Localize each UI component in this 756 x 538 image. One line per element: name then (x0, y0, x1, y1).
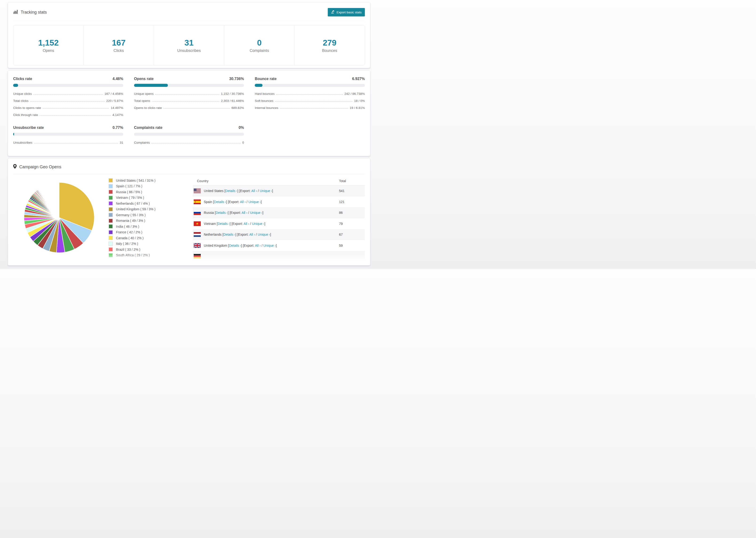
legend-label: Italy ( 36 / 2% ) (116, 242, 138, 245)
legend-item[interactable]: Germany ( 55 / 3% ) (108, 213, 155, 217)
legend-item[interactable]: United States ( 541 / 31% ) (108, 178, 155, 183)
legend-item[interactable]: South Africa ( 29 / 2% ) (108, 253, 155, 257)
dotted-leader (276, 94, 343, 95)
rate-title: Unsubscribe rate (13, 126, 44, 130)
bracket-close: ] (262, 211, 263, 215)
progress-bar (134, 133, 244, 136)
details-link[interactable]: Details › (214, 200, 226, 204)
export-all-link[interactable]: All › (251, 189, 257, 193)
rate-title: Complaints rate (134, 126, 162, 130)
legend-swatch (108, 201, 113, 206)
legend-item[interactable]: Netherlands ( 67 / 4% ) (108, 201, 155, 206)
legend-item[interactable]: Russia ( 86 / 5% ) (108, 190, 155, 194)
summary-stat-cell: 1,152 Opens (13, 26, 83, 65)
country-flag-icon (194, 232, 201, 237)
country-row: Russia [Details ›] [Export: All › / Uniq… (193, 207, 365, 218)
bar-chart-icon (13, 9, 18, 15)
legend-label: South Africa ( 29 / 2% ) (116, 253, 150, 257)
rate-panel: Complaints rate 0% Complaints 0 (134, 126, 244, 144)
bracket-mid: ] [Export: (241, 243, 255, 247)
country-flag-icon (194, 210, 201, 215)
legend-label: France ( 42 / 2% ) (116, 230, 142, 234)
details-link[interactable]: Details › (229, 243, 241, 247)
legend-item[interactable]: Spain ( 121 / 7% ) (108, 184, 155, 188)
dotted-leader (151, 143, 241, 143)
export-all-link[interactable]: All › (240, 200, 245, 204)
progress-bar (255, 84, 365, 87)
details-link[interactable]: Details › (218, 222, 230, 226)
export-all-link[interactable]: All › (255, 243, 261, 247)
legend-item[interactable]: United Kingdom ( 59 / 3% ) (108, 207, 155, 211)
export-unique-link[interactable]: Unique › (260, 189, 272, 193)
dotted-leader (43, 108, 109, 109)
legend-item[interactable]: Canada ( 40 / 2% ) (108, 236, 155, 240)
export-all-link[interactable]: All › (249, 233, 255, 237)
legend-label: India ( 46 / 3% ) (116, 225, 139, 228)
column-header-country: Country (197, 179, 339, 183)
legend-swatch (108, 242, 113, 246)
dotted-leader (280, 108, 348, 109)
country-row: Netherlands [Details ›] [Export: All › /… (193, 229, 365, 240)
details-link[interactable]: Details › (225, 189, 237, 193)
rate-panel: Clicks rate 4.46% Unique clicks 167 / 4.… (13, 77, 123, 117)
rate-detail-row: Unique clicks 167 / 4.456% (13, 92, 123, 95)
legend-label: Canada ( 40 / 2% ) (116, 236, 144, 240)
table-header-row: Country Total (193, 177, 365, 186)
details-link[interactable]: Details › (216, 211, 228, 215)
rate-rows: Unique opens 1,152 / 30.736% Total opens… (134, 92, 244, 110)
export-unique-link[interactable]: Unique › (248, 200, 261, 204)
rate-detail-row: Total opens 2,303 / 61.446% (134, 99, 244, 103)
country-row: Vietnam [Details ›] [Export: All › / Uni… (193, 218, 365, 229)
export-unique-link[interactable]: Unique › (250, 211, 262, 215)
legend-item[interactable]: Brazil ( 33 / 2% ) (108, 247, 155, 252)
legend-label: Romania ( 49 / 3% ) (116, 219, 145, 223)
map-pin-icon (13, 164, 17, 170)
stat-value: 279 (323, 38, 337, 47)
rate-detail-row: Soft bounces 18 / 0% (255, 99, 365, 103)
rate-row-value: 220 / 5.87% (106, 99, 123, 103)
geo-pie-chart[interactable] (23, 181, 96, 254)
export-unique-link[interactable]: Unique › (263, 243, 276, 247)
rate-row-label: Total clicks (13, 99, 28, 103)
legend-item[interactable]: Italy ( 36 / 2% ) (108, 242, 155, 246)
legend-label: Brazil ( 33 / 2% ) (116, 248, 140, 251)
table-body: United States [Details ›] [Export: All ›… (193, 186, 365, 262)
legend-swatch (108, 236, 113, 240)
legend-label: Russia ( 86 / 5% ) (116, 190, 142, 194)
tracking-card-header: Tracking stats Export basic stats (13, 2, 365, 21)
rate-row-label: Unique clicks (13, 92, 32, 95)
progress-fill (13, 133, 14, 136)
export-all-link[interactable]: All › (243, 222, 249, 226)
details-link[interactable]: Details › (223, 233, 235, 237)
country-name: Spain (204, 200, 213, 204)
rate-row-label: Unique opens (134, 92, 153, 95)
country-total: 79 (339, 222, 365, 226)
export-unique-link[interactable]: Unique › (252, 222, 264, 226)
legend-item[interactable]: Romania ( 49 / 3% ) (108, 219, 155, 223)
rate-title: Clicks rate (13, 77, 32, 81)
legend-item[interactable]: Vietnam ( 79 / 5% ) (108, 195, 155, 200)
rate-row-value: 689.82% (232, 106, 244, 110)
rates-grid: Clicks rate 4.46% Unique clicks 167 / 4.… (8, 71, 370, 150)
export-basic-stats-button[interactable]: Export basic stats (328, 8, 365, 17)
bracket-close: ] (264, 222, 265, 226)
rate-row-label: Hard bounces (255, 92, 274, 95)
country-total: 59 (339, 243, 365, 247)
export-all-link[interactable]: All › (242, 211, 247, 215)
country-name: Russia (204, 211, 215, 215)
country-total: 121 (339, 200, 365, 204)
country-name: United States (204, 189, 225, 193)
rate-row-value: 4.147% (112, 113, 123, 117)
legend-swatch (108, 224, 113, 229)
legend-item[interactable]: France ( 42 / 2% ) (108, 230, 155, 235)
rate-detail-row: Total clicks 220 / 5.87% (13, 99, 123, 103)
export-unique-link[interactable]: Unique › (258, 233, 270, 237)
legend-item[interactable]: India ( 46 / 3% ) (108, 224, 155, 229)
dotted-leader (163, 108, 230, 109)
rate-row-value: 0 (242, 141, 244, 144)
bracket-close: ] (276, 243, 277, 247)
country-flag-icon (194, 188, 201, 193)
rate-row-value: 19 / 6.81% (350, 106, 365, 110)
bracket-mid: ] [Export: (236, 233, 249, 237)
legend-swatch (108, 247, 113, 252)
